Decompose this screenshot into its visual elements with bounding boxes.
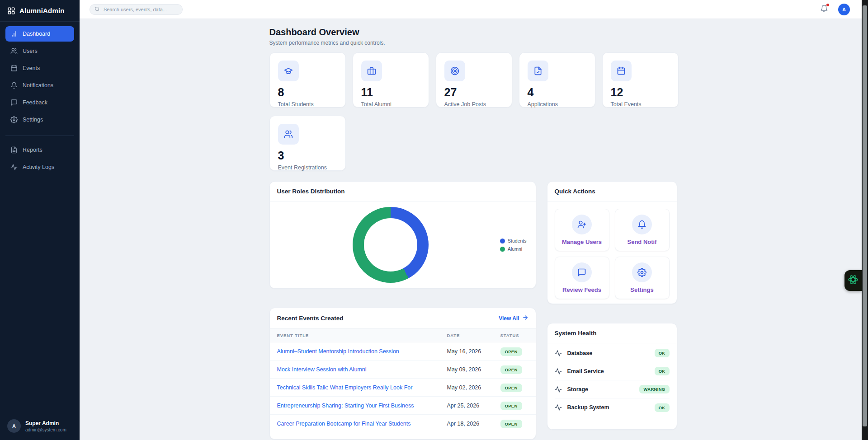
react-devtools-button[interactable]: [844, 270, 862, 291]
legend-dot: [500, 247, 505, 252]
column-status: STATUS: [500, 333, 528, 338]
legend-item-students[interactable]: Students: [500, 238, 526, 243]
health-row-backup-system: Backup SystemOK: [555, 398, 670, 417]
page-scrollbar[interactable]: [862, 0, 868, 440]
sidebar-item-notifications[interactable]: Notifications: [5, 78, 74, 93]
user-email: admin@system.com: [25, 427, 66, 432]
grid-logo-icon: [7, 7, 15, 15]
stat-card-applications: 4Applications: [519, 52, 595, 108]
stat-value: 8: [278, 87, 337, 98]
stat-card-event-registrations: 3Event Registrations: [269, 116, 346, 171]
sidebar-item-feedback[interactable]: Feedback: [5, 95, 74, 110]
sidebar-item-settings[interactable]: Settings: [5, 112, 74, 127]
event-row: Mock Interview Session with AlumniMay 09…: [270, 360, 536, 379]
event-status-badge: OPEN: [500, 365, 522, 374]
event-title-link[interactable]: Entrepreneurship Sharing: Starting Your …: [277, 403, 447, 409]
events-table-header: EVENT TITLE DATE STATUS: [270, 329, 536, 342]
quick-action-send-notif[interactable]: Send Notif: [615, 209, 670, 251]
event-status-badge: OPEN: [500, 402, 522, 410]
activity-icon: [555, 368, 562, 375]
quick-action-label: Review Feeds: [562, 286, 601, 293]
health-status-badge: OK: [655, 367, 670, 375]
sidebar-item-label: Events: [23, 65, 40, 71]
health-status-badge: OK: [655, 403, 670, 412]
search-box[interactable]: [90, 4, 183, 15]
quick-action-settings[interactable]: Settings: [615, 257, 670, 299]
sidebar-item-label: Dashboard: [23, 31, 50, 37]
stat-label: Total Students: [278, 101, 337, 108]
app-logo: AlumniAdmin: [0, 0, 80, 22]
quick-actions-title: Quick Actions: [555, 188, 595, 195]
main-content: Dashboard Overview System performance me…: [80, 19, 868, 440]
sidebar-item-label: Notifications: [23, 82, 53, 89]
page-title: Dashboard Overview: [269, 27, 679, 37]
health-row-email-service: Email ServiceOK: [555, 362, 670, 380]
stat-value: 27: [444, 87, 504, 98]
sidebar-nav-secondary: ReportsActivity Logs: [0, 138, 80, 177]
bell-icon: [632, 215, 652, 234]
event-date: Apr 18, 2026: [447, 421, 500, 427]
activity-icon: [555, 404, 562, 411]
legend-label: Alumni: [508, 246, 522, 252]
chart-legend: StudentsAlumni: [500, 238, 526, 252]
column-event-title: EVENT TITLE: [277, 333, 447, 338]
quick-action-label: Send Notif: [627, 239, 657, 245]
account-avatar[interactable]: A: [838, 4, 850, 15]
notifications-button[interactable]: [820, 5, 828, 14]
app-name: AlumniAdmin: [19, 7, 65, 14]
sidebar-item-label: Reports: [23, 147, 42, 153]
gear-icon: [10, 116, 18, 123]
sidebar-user[interactable]: A Super Admin admin@system.com: [0, 413, 80, 440]
user-name: Super Admin: [25, 420, 66, 426]
target-icon: [444, 61, 465, 81]
quick-action-manage-users[interactable]: Manage Users: [555, 209, 609, 251]
sidebar: AlumniAdmin DashboardUsersEventsNotifica…: [0, 0, 80, 440]
event-date: May 09, 2026: [447, 366, 500, 373]
atom-icon: [848, 274, 859, 287]
stat-card-total-alumni: 11Total Alumni: [353, 52, 429, 108]
scrollbar-thumb[interactable]: [863, 5, 867, 426]
sidebar-item-events[interactable]: Events: [5, 61, 74, 76]
recent-events-card: Recent Events Created View All EVENT TIT…: [269, 308, 536, 440]
event-title-link[interactable]: Technical Skills Talk: What Employers Re…: [277, 384, 447, 391]
sidebar-item-activity-logs[interactable]: Activity Logs: [5, 159, 74, 175]
sidebar-item-label: Users: [23, 48, 38, 54]
health-status-badge: OK: [655, 349, 670, 357]
user-roles-donut-chart: [353, 207, 429, 283]
stat-value: 12: [611, 87, 670, 98]
event-date: Apr 25, 2026: [447, 403, 500, 409]
legend-label: Students: [508, 238, 526, 243]
stat-card-total-students: 8Total Students: [269, 52, 346, 108]
search-icon: [94, 5, 100, 14]
chart-title: User Roles Distribution: [277, 188, 345, 195]
calendar-icon: [10, 65, 18, 72]
sidebar-item-users[interactable]: Users: [5, 43, 74, 59]
legend-item-alumni[interactable]: Alumni: [500, 246, 526, 252]
event-title-link[interactable]: Alumni–Student Mentorship Introduction S…: [277, 348, 447, 355]
health-status-badge: WARNING: [639, 385, 669, 393]
search-input[interactable]: [104, 7, 178, 12]
sidebar-nav-primary: DashboardUsersEventsNotificationsFeedbac…: [0, 22, 80, 129]
file-text-icon: [10, 146, 18, 154]
quick-action-label: Manage Users: [562, 239, 602, 245]
users-icon: [10, 47, 18, 55]
event-status-badge: OPEN: [500, 384, 522, 392]
sidebar-item-reports[interactable]: Reports: [5, 142, 74, 158]
event-date: May 02, 2026: [447, 384, 500, 391]
gear-icon: [632, 262, 652, 282]
legend-dot: [500, 239, 505, 243]
user-roles-chart-card: User Roles Distribution StudentsAlumni: [269, 181, 536, 289]
view-all-label: View All: [499, 315, 519, 322]
user-plus-icon: [572, 215, 592, 234]
sidebar-item-label: Settings: [23, 117, 43, 123]
view-all-link[interactable]: View All: [499, 314, 528, 322]
health-row-storage: StorageWARNING: [555, 380, 670, 398]
briefcase-icon: [361, 61, 382, 81]
event-title-link[interactable]: Career Preparation Bootcamp for Final Ye…: [277, 421, 447, 427]
quick-action-review-feeds[interactable]: Review Feeds: [555, 257, 609, 299]
event-title-link[interactable]: Mock Interview Session with Alumni: [277, 366, 447, 373]
event-status-badge: OPEN: [500, 420, 522, 428]
message-icon: [10, 99, 18, 106]
sidebar-item-dashboard[interactable]: Dashboard: [5, 26, 74, 42]
sidebar-divider: [5, 136, 74, 136]
